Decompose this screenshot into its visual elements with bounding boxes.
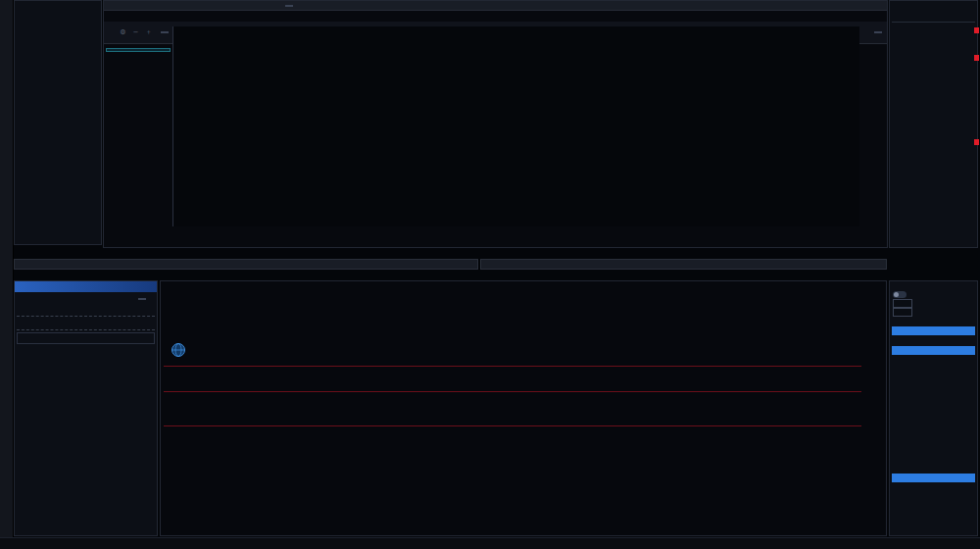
price-scale[interactable] <box>860 1 888 248</box>
subwindow-title-left[interactable] <box>14 259 478 270</box>
depth-area-svg <box>164 486 861 522</box>
gear-icon[interactable]: ⚙ <box>117 26 129 38</box>
left-watchlist-panel <box>14 0 102 245</box>
chart-window: ⚙ − ＋ <box>103 0 888 248</box>
edge-marker-3 <box>974 139 979 145</box>
chart-info-column <box>106 46 171 225</box>
momentum-bars-svg <box>164 393 861 424</box>
indicator-box[interactable] <box>106 48 171 52</box>
price-input[interactable] <box>893 308 912 317</box>
window-tab[interactable] <box>285 5 293 7</box>
window-title-bar <box>104 1 887 11</box>
window-menu <box>212 12 878 22</box>
globe-icon <box>171 342 186 358</box>
mini-candles-svg <box>366 340 542 366</box>
status-bar <box>0 537 980 549</box>
grande-toggle[interactable] <box>893 291 906 298</box>
subwindow-title-right[interactable] <box>480 259 887 270</box>
lots-input[interactable] <box>893 299 912 308</box>
squiggle-svg <box>166 443 430 455</box>
trading-terminal: ⚙ − ＋ <box>0 0 980 549</box>
edge-marker-1 <box>974 27 979 33</box>
edge-marker-2 <box>974 55 979 61</box>
plus-icon[interactable]: ＋ <box>142 26 155 38</box>
bottom-right-panel <box>889 280 978 536</box>
bottom-center-panel <box>160 280 887 536</box>
minus-icon[interactable]: − <box>129 26 142 38</box>
main-chart-svg[interactable] <box>172 26 859 226</box>
bl-header[interactable] <box>15 281 157 292</box>
segment-control[interactable] <box>161 31 169 33</box>
confirm-bar[interactable] <box>892 474 975 482</box>
buy-bar[interactable] <box>892 326 975 335</box>
volume-bars-svg <box>164 429 861 443</box>
left-rows <box>15 1 101 2</box>
bottom-left-panel <box>14 280 158 536</box>
bl-list-box <box>17 332 155 344</box>
dual-line-strip-svg <box>164 287 861 309</box>
bl-download-badge[interactable] <box>138 298 146 300</box>
taskbar <box>0 0 14 549</box>
right-order-panel <box>889 0 978 248</box>
mid-menu-row <box>20 271 862 279</box>
signal-line-svg <box>164 367 861 390</box>
sell-bar[interactable] <box>892 346 975 355</box>
